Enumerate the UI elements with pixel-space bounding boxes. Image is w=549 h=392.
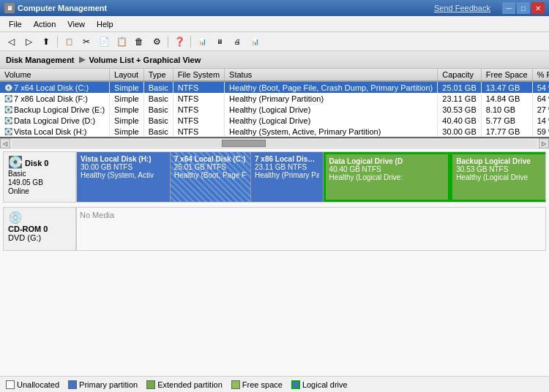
legend-unalloc-label: Unallocated bbox=[17, 380, 59, 389]
disk-row-0: 💽 Disk 0 Basic 149.05 GB Online Vista Lo… bbox=[3, 151, 546, 203]
legend-primary-box bbox=[68, 380, 77, 389]
partition-4[interactable]: Backup Logical Drive 30.53 GB NTFS Healt… bbox=[450, 152, 545, 202]
cell-6: 5.77 GB bbox=[481, 115, 532, 126]
partition-2[interactable]: 7 x86 Local Disk (F:) 23.11 GB NTFS Heal… bbox=[251, 152, 324, 202]
app-icon: 🖥 bbox=[4, 3, 15, 13]
cell-0: 💽Backup Logical Drive (E:) bbox=[0, 104, 110, 115]
col-status[interactable]: Status bbox=[225, 69, 438, 81]
table-row[interactable]: 💽Data Logical Drive (D:)SimpleBasicNTFSH… bbox=[0, 115, 549, 126]
minimize-button[interactable]: ─ bbox=[502, 2, 515, 14]
part-status-4: Healthy (Logical Drive bbox=[456, 173, 542, 181]
col-pctfree[interactable]: % Free bbox=[532, 69, 549, 81]
part-name-4: Backup Logical Drive bbox=[456, 157, 542, 165]
part-name-2: 7 x86 Local Disk (F:) bbox=[255, 155, 319, 163]
partition-0[interactable]: Vista Local Disk (H:) 30.00 GB NTFS Heal… bbox=[77, 152, 171, 202]
table-row[interactable]: 💽7 x64 Local Disk (C:)SimpleBasicNTFSHea… bbox=[0, 81, 549, 93]
partition-3[interactable]: Data Logical Drive (D 40.40 GB NTFS Heal… bbox=[324, 152, 451, 202]
cell-1: Simple bbox=[110, 126, 144, 137]
toolbar-forward[interactable]: ▷ bbox=[20, 34, 37, 49]
cdrom-info: 💿 CD-ROM 0 DVD (G:) bbox=[3, 207, 76, 251]
cell-6: 13.47 GB bbox=[481, 81, 532, 93]
cell-2: Basic bbox=[143, 115, 173, 126]
toolbar-export[interactable]: 📊 bbox=[194, 34, 210, 49]
right-panel: Volume Layout Type File System Status Ca… bbox=[0, 69, 549, 392]
horizontal-scrollbar[interactable]: ◁ ▷ bbox=[0, 138, 549, 148]
legend-free-box bbox=[231, 380, 240, 389]
scroll-right-btn[interactable]: ▷ bbox=[539, 138, 549, 148]
part-size-2: 23.11 GB NTFS bbox=[255, 163, 319, 171]
scroll-left-btn[interactable]: ◁ bbox=[0, 138, 10, 148]
volume-table: Volume Layout Type File System Status Ca… bbox=[0, 69, 549, 138]
col-filesystem[interactable]: File System bbox=[173, 69, 224, 81]
breadcrumb-separator: ▶ bbox=[79, 55, 85, 64]
cell-5: 40.40 GB bbox=[438, 115, 481, 126]
toolbar-delete[interactable]: 🗑 bbox=[131, 34, 147, 49]
toolbar-paste[interactable]: 📋 bbox=[113, 34, 130, 49]
cdrom-type: DVD (G:) bbox=[8, 233, 71, 242]
toolbar-properties[interactable]: ⚙ bbox=[149, 34, 165, 49]
cell-2: Basic bbox=[143, 81, 173, 93]
legend-free: Free space bbox=[231, 380, 283, 389]
legend-free-label: Free space bbox=[242, 380, 283, 389]
cell-4: Healthy (Primary Partition) bbox=[225, 93, 438, 104]
legend-bar: Unallocated Primary partition Extended p… bbox=[0, 376, 549, 392]
cell-3: NTFS bbox=[173, 93, 224, 104]
toolbar-b2[interactable]: 🖨 bbox=[229, 34, 245, 49]
table-row[interactable]: 💽Vista Local Disk (H:)SimpleBasicNTFSHea… bbox=[0, 126, 549, 137]
cdrom-area: No Media bbox=[76, 207, 546, 251]
cdrom-media: No Media bbox=[80, 211, 114, 219]
cell-2: Basic bbox=[143, 93, 173, 104]
cdrom-name: CD-ROM 0 bbox=[8, 225, 71, 233]
legend-unalloc-box bbox=[6, 380, 15, 389]
toolbar-back[interactable]: ◁ bbox=[3, 34, 19, 49]
toolbar-b3[interactable]: 📊 bbox=[247, 34, 263, 49]
table-row[interactable]: 💽7 x86 Local Disk (F:)SimpleBasicNTFSHea… bbox=[0, 93, 549, 104]
legend-extended-label: Extended partition bbox=[157, 380, 223, 389]
breadcrumb-root[interactable]: Disk Management bbox=[6, 56, 75, 64]
part-size-3: 40.40 GB NTFS bbox=[329, 165, 445, 173]
toolbar-help[interactable]: ❓ bbox=[171, 34, 187, 49]
toolbar-b1[interactable]: 🖥 bbox=[212, 34, 228, 49]
disk-0-size: 149.05 GB bbox=[8, 178, 71, 186]
menu-action[interactable]: Action bbox=[28, 18, 62, 30]
disk-0-status: Online bbox=[8, 187, 71, 195]
cell-7: 64 % bbox=[532, 93, 549, 104]
cell-1: Simple bbox=[110, 93, 144, 104]
disk-info-0: 💽 Disk 0 Basic 149.05 GB Online bbox=[3, 151, 76, 203]
col-volume[interactable]: Volume bbox=[0, 69, 110, 81]
close-button[interactable]: ✕ bbox=[531, 2, 545, 14]
graphical-view: 💽 Disk 0 Basic 149.05 GB Online Vista Lo… bbox=[0, 148, 549, 376]
cell-5: 23.11 GB bbox=[438, 93, 481, 104]
cell-0: 💽7 x86 Local Disk (F:) bbox=[0, 93, 110, 104]
disk-0-partitions: Vista Local Disk (H:) 30.00 GB NTFS Heal… bbox=[76, 151, 546, 203]
part-status-3: Healthy (Logical Drive: bbox=[329, 173, 445, 181]
col-freespace[interactable]: Free Space bbox=[481, 69, 532, 81]
breadcrumb-view: Volume List + Graphical View bbox=[89, 56, 201, 64]
cell-0: 💽7 x64 Local Disk (C:) bbox=[0, 81, 110, 93]
menu-bar: File Action View Help bbox=[0, 16, 549, 32]
legend-primary: Primary partition bbox=[68, 380, 138, 389]
toolbar-up[interactable]: ⬆ bbox=[38, 34, 54, 49]
cell-3: NTFS bbox=[173, 115, 224, 126]
menu-view[interactable]: View bbox=[61, 18, 91, 30]
cell-2: Basic bbox=[143, 104, 173, 115]
col-type[interactable]: Type bbox=[143, 69, 173, 81]
partition-1[interactable]: 7 x64 Local Disk (C:) 25.01 GB NTFS Heal… bbox=[171, 152, 251, 202]
table-row[interactable]: 💽Backup Logical Drive (E:)SimpleBasicNTF… bbox=[0, 104, 549, 115]
menu-help[interactable]: Help bbox=[91, 18, 119, 30]
cell-4: Healthy (Boot, Page File, Crash Dump, Pr… bbox=[225, 81, 438, 93]
send-feedback-link[interactable]: Send Feedback bbox=[434, 4, 490, 12]
col-capacity[interactable]: Capacity bbox=[438, 69, 481, 81]
menu-file[interactable]: File bbox=[3, 18, 28, 30]
title-bar: 🖥 Computer Management Send Feedback ─ □ … bbox=[0, 0, 549, 16]
maximize-button[interactable]: □ bbox=[517, 2, 530, 14]
toolbar-copy[interactable]: 📄 bbox=[96, 34, 112, 49]
cell-1: Simple bbox=[110, 81, 144, 93]
cell-1: Simple bbox=[110, 104, 144, 115]
col-layout[interactable]: Layout bbox=[110, 69, 144, 81]
part-status-2: Healthy (Primary Parti bbox=[255, 171, 319, 179]
cell-7: 59 % bbox=[532, 126, 549, 137]
cell-4: Healthy (System, Active, Primary Partiti… bbox=[225, 126, 438, 137]
toolbar-cut[interactable]: ✂ bbox=[78, 34, 94, 49]
toolbar-show-hide-console[interactable]: 📋 bbox=[61, 34, 77, 49]
